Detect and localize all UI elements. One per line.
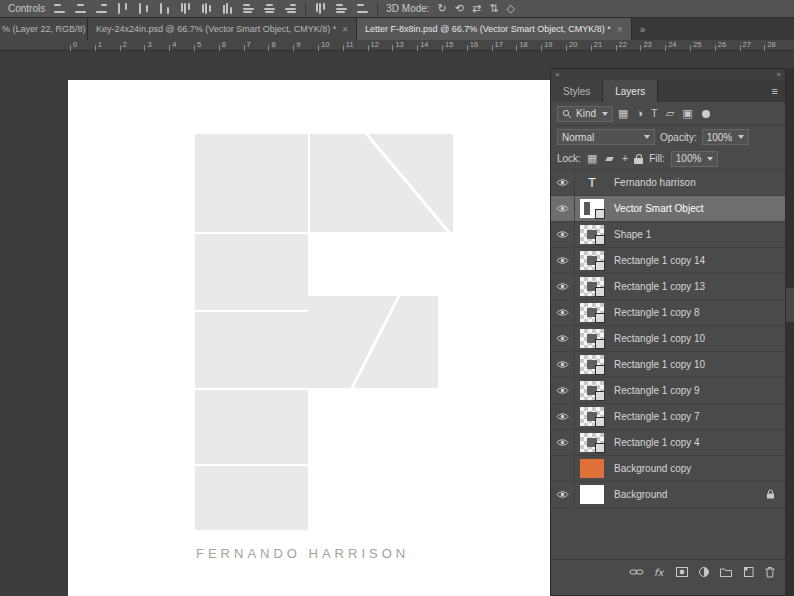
layer-name: Rectangle 1 copy 14 — [614, 255, 779, 266]
align-right-icon[interactable] — [95, 3, 108, 14]
distribute-spacing-h-icon[interactable] — [335, 3, 348, 14]
opacity-value: 100% — [707, 132, 733, 143]
align-middle-icon[interactable] — [138, 2, 149, 15]
layer-thumbnail[interactable] — [580, 303, 604, 322]
filter-pixel-icon[interactable]: ▦ — [618, 108, 628, 119]
tab-close-icon[interactable]: × — [617, 24, 623, 35]
3d-drag-icon[interactable]: ⇄ — [472, 3, 481, 14]
tab-close-icon[interactable]: × — [342, 24, 348, 35]
layer-thumbnail[interactable] — [580, 407, 604, 426]
collapsed-panel-tab[interactable] — [786, 288, 794, 322]
layer-thumbnail[interactable] — [580, 277, 604, 296]
layer-thumbnail[interactable] — [580, 251, 604, 270]
opacity-select[interactable]: 100% — [702, 129, 750, 145]
visibility-toggle[interactable] — [551, 300, 575, 325]
layer-thumbnail[interactable] — [580, 225, 604, 244]
layer-row[interactable]: Shape 1 — [551, 222, 785, 248]
3d-roll-icon[interactable]: ⟲ — [455, 3, 464, 14]
layer-row[interactable]: Background — [551, 482, 785, 508]
lock-transparent-icon[interactable]: ▦ — [587, 153, 597, 164]
blend-mode-select[interactable]: Normal — [557, 129, 655, 145]
filter-shape-icon[interactable]: ▱ — [666, 108, 674, 119]
lock-all-icon[interactable] — [634, 158, 643, 164]
align-left-icon[interactable] — [53, 3, 66, 14]
new-layer-icon[interactable] — [742, 566, 755, 578]
distribute-center-h-icon[interactable] — [263, 3, 276, 14]
collapse-panel-icon[interactable]: » — [777, 70, 781, 79]
distribute-top-icon[interactable] — [180, 2, 191, 15]
layer-row[interactable]: Rectangle 1 copy 4 — [551, 430, 785, 456]
panel-menu-icon[interactable]: ≡ — [765, 85, 785, 97]
visibility-toggle[interactable] — [551, 482, 575, 507]
layer-row[interactable]: Rectangle 1 copy 13 — [551, 274, 785, 300]
fill-select[interactable]: 100% — [671, 151, 719, 167]
align-center-h-icon[interactable] — [74, 3, 87, 14]
ruler-number: 15 — [442, 40, 453, 49]
document-tab[interactable]: % (Layer 22, RGB/8) *× — [0, 18, 88, 40]
align-bottom-icon[interactable] — [159, 2, 170, 15]
visibility-toggle[interactable] — [551, 170, 575, 195]
visibility-toggle[interactable] — [551, 378, 575, 403]
tab-layers[interactable]: Layers — [603, 80, 658, 102]
visibility-toggle[interactable] — [551, 248, 575, 273]
visibility-toggle[interactable] — [551, 430, 575, 455]
3d-slide-icon[interactable]: ⇅ — [489, 3, 498, 14]
layer-thumbnail[interactable] — [580, 485, 604, 504]
3d-scale-icon[interactable]: ◇ — [506, 3, 514, 14]
canvas-shape — [310, 134, 453, 232]
distribute-spacing-v-icon[interactable] — [315, 2, 326, 15]
visibility-toggle[interactable] — [551, 222, 575, 247]
layer-thumbnail[interactable] — [580, 381, 604, 400]
layer-row[interactable]: Background copy — [551, 456, 785, 482]
layer-row[interactable]: Rectangle 1 copy 8 — [551, 300, 785, 326]
new-group-icon[interactable] — [719, 566, 733, 578]
tab-overflow-icon[interactable]: » — [640, 24, 646, 35]
distribute-middle-icon[interactable] — [201, 2, 212, 15]
layer-row[interactable]: Rectangle 1 copy 14 — [551, 248, 785, 274]
distribute-right-icon[interactable] — [284, 3, 297, 14]
layer-thumbnail[interactable] — [580, 433, 604, 452]
filter-type-icon[interactable]: T — [651, 108, 658, 119]
layer-thumbnail[interactable] — [580, 355, 604, 374]
filter-adjustment-icon[interactable]: ◑ — [636, 108, 643, 119]
layer-thumbnail[interactable]: T — [580, 173, 604, 192]
tab-styles[interactable]: Styles — [551, 80, 603, 102]
panel-close-icon[interactable]: × — [555, 70, 560, 79]
layer-row[interactable]: Vector Smart Object — [551, 196, 785, 222]
3d-rotate-icon[interactable]: ↻ — [438, 3, 447, 14]
visibility-toggle[interactable] — [551, 196, 575, 221]
link-layers-icon[interactable] — [629, 566, 644, 578]
layer-row[interactable]: Rectangle 1 copy 7 — [551, 404, 785, 430]
delete-layer-icon[interactable] — [764, 566, 776, 578]
layer-row[interactable]: Rectangle 1 copy 9 — [551, 378, 785, 404]
lock-pixels-icon[interactable]: ▰ — [605, 153, 613, 164]
filter-kind-select[interactable]: Kind — [557, 106, 613, 122]
visibility-toggle[interactable] — [551, 274, 575, 299]
document-tab[interactable]: Key-24x24in.psd @ 66.7% (Vector Smart Ob… — [88, 18, 357, 40]
visibility-toggle[interactable] — [551, 352, 575, 377]
visibility-toggle[interactable] — [551, 326, 575, 351]
layer-mask-icon[interactable] — [675, 566, 689, 578]
auto-align-icon[interactable] — [356, 3, 369, 14]
canvas[interactable]: FERNANDO HARRISON — [68, 80, 550, 596]
layer-thumbnail[interactable] — [580, 329, 604, 348]
filter-toggle-icon[interactable] — [702, 110, 710, 118]
document-tab[interactable]: Letter F-8x8in.psd @ 66.7% (Vector Smart… — [357, 18, 632, 40]
distribute-bottom-icon[interactable] — [222, 2, 233, 15]
layer-thumbnail[interactable] — [580, 459, 604, 478]
layer-row[interactable]: T Fernando harrison — [551, 170, 785, 196]
layer-style-fx-icon[interactable]: fx — [653, 566, 666, 578]
layer-row[interactable]: Rectangle 1 copy 10 — [551, 352, 785, 378]
align-top-icon[interactable] — [117, 2, 128, 15]
mode-icons: ↻⟲⇄⇅◇ — [438, 3, 515, 14]
layer-thumbnail[interactable] — [580, 199, 604, 218]
visibility-toggle[interactable] — [551, 404, 575, 429]
filter-smart-icon[interactable]: ▣ — [682, 108, 692, 119]
visibility-toggle[interactable] — [551, 456, 575, 481]
lock-position-icon[interactable]: + — [622, 153, 628, 164]
ruler-number: 23 — [640, 40, 651, 49]
adjustment-layer-icon[interactable] — [698, 566, 710, 578]
layer-name: Rectangle 1 copy 13 — [614, 281, 779, 292]
layer-row[interactable]: Rectangle 1 copy 10 — [551, 326, 785, 352]
distribute-left-icon[interactable] — [242, 3, 255, 14]
